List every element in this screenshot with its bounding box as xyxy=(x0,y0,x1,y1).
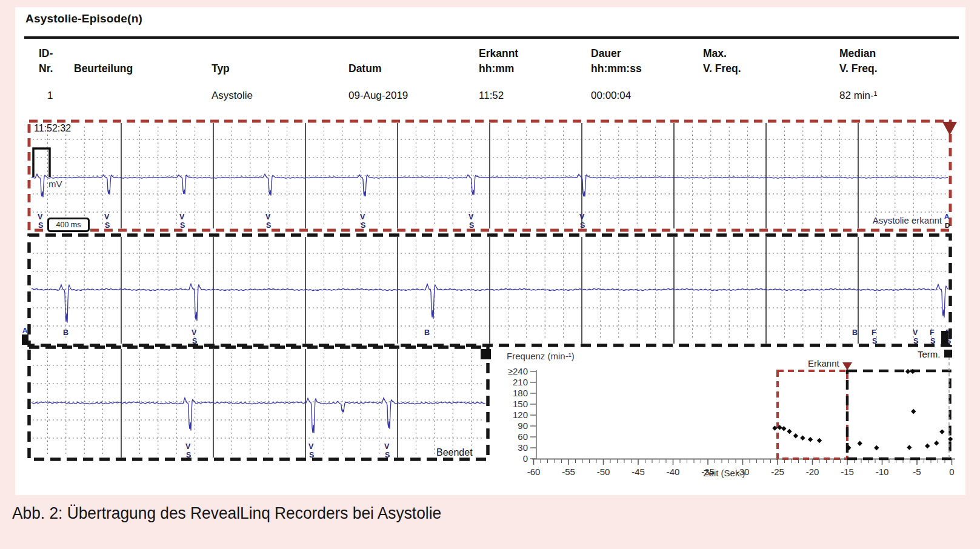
col-header-id: ID-Nr. xyxy=(39,46,53,76)
strip1-annotation-asystolie-erkannt: Asystolie erkannt xyxy=(853,215,942,225)
cell-episode-dauer: 00:00:04 xyxy=(591,90,631,102)
figure-caption: Abb. 2: Übertragung des RevealLinq Recor… xyxy=(12,504,441,523)
cell-episode-id: 1 xyxy=(47,90,53,102)
report-panel xyxy=(15,7,965,495)
chart-detected-label: Erkannt xyxy=(808,358,839,368)
strip3-annotation-beendet: Beendet xyxy=(436,447,473,458)
col-header-max-freq: Max.V. Freq. xyxy=(703,46,741,76)
cell-episode-datum: 09-Aug-2019 xyxy=(348,90,408,102)
chart-y-axis-title: Frequenz (min-¹) xyxy=(507,351,575,361)
col-header-erkannt: Erkannthh:mm xyxy=(479,46,518,76)
report-title: Asystolie-Episode(n) xyxy=(25,12,142,25)
col-header-datum: Datum xyxy=(348,46,381,76)
col-header-median-freq: MedianV. Freq. xyxy=(839,46,878,76)
cell-episode-typ: Asystolie xyxy=(212,90,253,102)
col-header-typ: Typ xyxy=(212,46,230,76)
chart-x-axis-title: Zeit (Sek.) xyxy=(682,468,767,478)
strip1-timestamp: 11:52:32 xyxy=(34,123,71,134)
cell-episode-median-freq: 82 min-¹ xyxy=(839,90,877,102)
strip1-400ms-scale: 400 ms xyxy=(47,218,90,232)
col-header-dauer: Dauerhh:mm:ss xyxy=(591,46,642,76)
cell-episode-erkannt: 11:52 xyxy=(479,90,504,102)
report-page: { "colors":{ "page_bg":"#fbe9e8","panel_… xyxy=(0,0,980,549)
chart-terminated-label: Term. xyxy=(918,349,941,359)
strip1-mv-label: mV xyxy=(48,179,62,189)
col-header-beurteilung: Beurteilung xyxy=(74,46,133,76)
title-rule xyxy=(24,36,959,39)
